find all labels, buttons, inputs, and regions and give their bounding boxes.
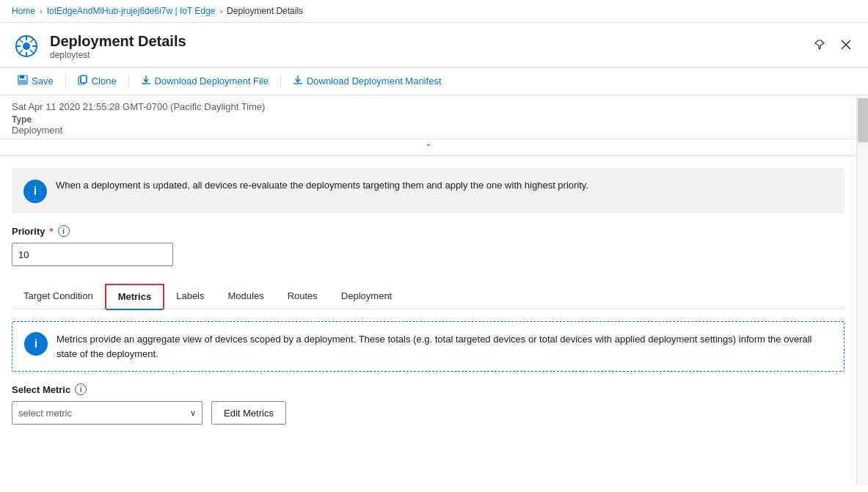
download-file-icon	[141, 75, 151, 87]
toolbar-separator-3	[280, 74, 281, 89]
info-banner: i When a deployment is updated, all devi…	[12, 168, 845, 213]
info-banner-text: When a deployment is updated, all device…	[56, 178, 588, 193]
type-row: Type Deployment	[12, 114, 845, 136]
panel-title: Deployment Details	[50, 32, 186, 50]
save-button[interactable]: Save	[12, 72, 59, 90]
panel-logo	[12, 32, 41, 61]
select-metric-info-icon[interactable]: i	[75, 383, 87, 395]
metrics-info-icon: i	[24, 332, 48, 356]
priority-info-icon[interactable]: i	[58, 225, 70, 237]
download-manifest-icon-svg	[293, 75, 303, 85]
breadcrumb-current: Deployment Details	[227, 6, 303, 16]
select-metric-section: Select Metric i select metric ∨ Edit Met…	[0, 372, 856, 430]
close-icon	[840, 39, 852, 51]
clone-button[interactable]: Clone	[72, 72, 123, 90]
clone-icon	[78, 75, 88, 87]
priority-label-text: Priority	[12, 226, 45, 237]
priority-input[interactable]	[12, 243, 173, 266]
tab-metrics[interactable]: Metrics	[105, 284, 165, 309]
download-manifest-button[interactable]: Download Deployment Manifest	[287, 72, 448, 90]
panel-subtitle: deploytest	[50, 50, 186, 60]
priority-section: Priority * i	[0, 213, 856, 272]
main-content: Sat Apr 11 2020 21:55:28 GMT-0700 (Pacif…	[0, 95, 868, 485]
select-metric-row: select metric ∨ Edit Metrics	[12, 401, 845, 425]
toolbar: Save Clone Download Deployment File	[0, 67, 868, 95]
clone-icon-svg	[78, 75, 88, 85]
download-icon-svg	[141, 75, 151, 85]
edit-metrics-button[interactable]: Edit Metrics	[211, 401, 286, 425]
download-manifest-icon	[293, 75, 303, 87]
metrics-info-text: Metrics provide an aggregate view of dev…	[56, 332, 832, 361]
breadcrumb: Home › IotEdgeAndMlHub-jrujej6de6i7w | I…	[0, 0, 868, 23]
metrics-info-banner: i Metrics provide an aggregate view of d…	[12, 321, 845, 372]
download-file-button[interactable]: Download Deployment File	[135, 72, 274, 90]
type-value: Deployment	[12, 125, 62, 136]
svg-rect-15	[20, 76, 24, 78]
download-file-label: Download Deployment File	[155, 76, 269, 87]
toolbar-separator-1	[65, 74, 66, 89]
tab-modules[interactable]: Modules	[216, 284, 276, 309]
download-manifest-label: Download Deployment Manifest	[307, 76, 442, 87]
chevron-up-icon: ⌃	[425, 142, 432, 153]
priority-required-star: *	[50, 226, 54, 237]
metric-select-placeholder: select metric	[18, 408, 72, 419]
info-icon: i	[23, 180, 47, 203]
pin-button[interactable]	[809, 34, 830, 55]
breadcrumb-sep-2: ›	[219, 7, 222, 15]
tab-deployment[interactable]: Deployment	[329, 284, 404, 309]
tabs: Target Condition Metrics Labels Modules …	[12, 284, 845, 309]
close-button[interactable]	[836, 34, 856, 55]
breadcrumb-hub[interactable]: IotEdgeAndMlHub-jrujej6de6i7w | IoT Edge	[47, 6, 216, 16]
chevron-down-icon: ∨	[190, 408, 196, 418]
tab-routes[interactable]: Routes	[276, 284, 329, 309]
breadcrumb-home[interactable]: Home	[12, 6, 35, 16]
metric-select-dropdown[interactable]: select metric ∨	[12, 401, 203, 425]
select-metric-label-text: Select Metric	[12, 384, 70, 395]
svg-rect-18	[81, 76, 87, 83]
clone-label: Clone	[92, 76, 117, 87]
toolbar-separator-2	[128, 74, 129, 89]
tabs-container: Target Condition Metrics Labels Modules …	[0, 272, 856, 309]
date-line: Sat Apr 11 2020 21:55:28 GMT-0700 (Pacif…	[12, 101, 845, 112]
iot-edge-icon	[13, 33, 40, 59]
content-area: Sat Apr 11 2020 21:55:28 GMT-0700 (Pacif…	[0, 95, 856, 485]
save-icon	[18, 75, 28, 87]
pin-icon	[814, 39, 825, 51]
tab-labels[interactable]: Labels	[164, 284, 216, 309]
scrollbar-thumb[interactable]	[858, 98, 868, 142]
tab-target-condition[interactable]: Target Condition	[12, 284, 105, 309]
panel-header: Deployment Details deploytest	[0, 23, 868, 67]
svg-rect-16	[19, 80, 26, 84]
collapsed-section: Sat Apr 11 2020 21:55:28 GMT-0700 (Pacif…	[0, 95, 856, 139]
type-label: Type	[12, 114, 32, 125]
scrollbar-track[interactable]	[856, 95, 868, 485]
save-icon-svg	[18, 75, 28, 85]
svg-point-2	[23, 43, 30, 50]
save-label: Save	[32, 76, 54, 87]
breadcrumb-sep-1: ›	[40, 7, 43, 15]
collapse-toggle[interactable]: ⌃	[0, 139, 856, 156]
